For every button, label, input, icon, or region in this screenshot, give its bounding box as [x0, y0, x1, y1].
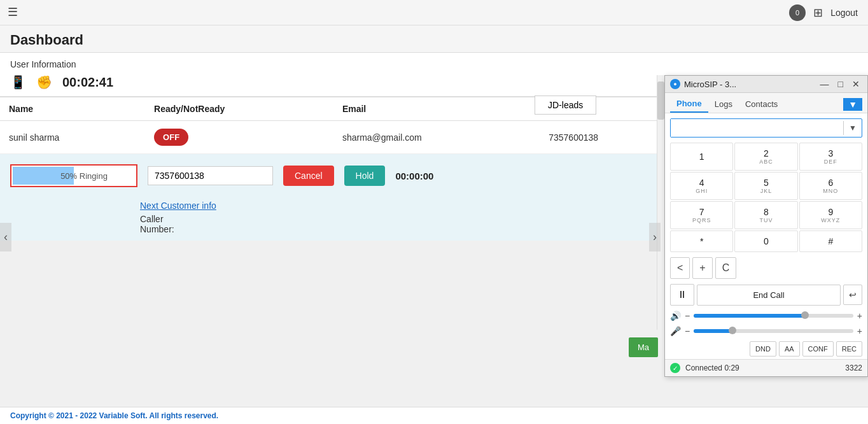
- restore-button[interactable]: □: [836, 79, 846, 89]
- microsip-status-bar: ✓ Connected 0:29 3322: [665, 359, 867, 376]
- fist-icon: ✊: [36, 74, 52, 90]
- nav-arrow-right[interactable]: ›: [649, 223, 661, 251]
- dialed-number-input[interactable]: [148, 166, 273, 185]
- minimize-button[interactable]: —: [818, 79, 832, 89]
- call-controls-row: < + C: [665, 255, 867, 281]
- numpad-9[interactable]: 9WXYZ: [799, 201, 862, 229]
- speaker-slider-track[interactable]: [694, 314, 853, 318]
- numpad-1[interactable]: 1: [670, 143, 733, 171]
- next-customer-link[interactable]: Next Customer info: [140, 201, 216, 211]
- tab-contacts[interactable]: Contacts: [739, 95, 784, 113]
- cell-name: sunil sharma: [0, 121, 145, 154]
- mic-slider-handle[interactable]: [729, 327, 736, 334]
- numpad-6[interactable]: 6MNO: [799, 172, 862, 200]
- clear-button[interactable]: C: [715, 257, 737, 279]
- hamburger-menu[interactable]: ☰: [8, 5, 18, 19]
- connection-status: Connected 0:29: [685, 364, 840, 372]
- tab-logs[interactable]: Logs: [708, 95, 739, 113]
- numpad-hash[interactable]: #: [799, 230, 862, 252]
- avatar: 0: [789, 4, 806, 21]
- conf-button[interactable]: CONF: [802, 341, 834, 357]
- nav-arrow-left[interactable]: ‹: [0, 223, 11, 251]
- numpad-7[interactable]: 7PQRS: [670, 201, 733, 229]
- cell-email: sharma@gmail.com: [333, 121, 540, 154]
- speaker-volume-row: 🔊 − +: [665, 308, 867, 323]
- bottom-btns-row: DND AA CONF REC: [665, 339, 867, 359]
- mic-slider-fill: [694, 329, 734, 333]
- microsip-logo-icon: ●: [670, 79, 680, 89]
- extension-number: 3322: [845, 364, 862, 372]
- hamburger-icon[interactable]: ☰: [8, 6, 18, 18]
- pause-button[interactable]: ⏸: [670, 284, 694, 306]
- numpad-5[interactable]: 5JKL: [734, 172, 797, 200]
- top-bar: ☰ 0 ⊞ Logout: [0, 0, 868, 25]
- dial-input-row: ▼: [670, 118, 862, 138]
- off-badge[interactable]: OFF: [154, 129, 188, 146]
- whatsapp-status-icon: ✓: [670, 363, 680, 373]
- speaker-vol-minus[interactable]: −: [685, 311, 690, 321]
- copyright-bar: Copyright © 2021 - 2022 Variable Soft. A…: [0, 407, 868, 424]
- back-button[interactable]: <: [670, 257, 690, 279]
- mic-vol-plus[interactable]: +: [857, 326, 862, 336]
- top-bar-right: 0 ⊞ Logout: [789, 4, 858, 21]
- call-timer: 00:00:00: [395, 171, 433, 181]
- ma-button[interactable]: Ma: [629, 337, 658, 357]
- speaker-vol-plus[interactable]: +: [857, 311, 862, 321]
- microsip-window: ● MicroSIP - 3... — □ ✕ Phone Logs Conta…: [664, 75, 868, 377]
- scroll-track[interactable]: [657, 75, 664, 330]
- microsip-tabs: Phone Logs Contacts ▼: [665, 93, 867, 113]
- tab-phone[interactable]: Phone: [670, 95, 708, 113]
- dial-dropdown-button[interactable]: ▼: [843, 121, 862, 135]
- numpad-3[interactable]: 3DEF: [799, 143, 862, 171]
- col-email: Email: [333, 97, 540, 121]
- user-info-left: 📱 ✊ 00:02:41: [10, 74, 113, 90]
- mic-vol-minus[interactable]: −: [685, 326, 690, 336]
- ringing-progress-bar: [10, 164, 137, 187]
- cell-ready: OFF: [145, 121, 333, 154]
- cancel-call-button[interactable]: Cancel: [283, 166, 334, 186]
- scroll-thumb: [657, 81, 664, 120]
- logout-button[interactable]: Logout: [830, 8, 858, 18]
- numpad-2[interactable]: 2ABC: [734, 143, 797, 171]
- close-button[interactable]: ✕: [850, 79, 862, 89]
- end-call-row: ⏸ End Call ↩: [665, 281, 867, 308]
- microsip-titlebar: ● MicroSIP - 3... — □ ✕: [665, 76, 867, 93]
- phone-icon: 📱: [10, 74, 26, 90]
- mic-icon: 🎤: [670, 326, 681, 336]
- speaker-icon: 🔊: [670, 311, 681, 321]
- jd-leads-selector[interactable]: JD-leads: [535, 95, 596, 115]
- hold-call-button[interactable]: Hold: [344, 166, 386, 186]
- numpad-0[interactable]: 0: [734, 230, 797, 252]
- speaker-slider-fill: [694, 314, 805, 318]
- page-title: Dashboard: [0, 25, 868, 52]
- connect-call-button[interactable]: ↩: [843, 285, 862, 305]
- grid-icon[interactable]: ⊞: [813, 6, 823, 20]
- plus-button[interactable]: +: [692, 257, 712, 279]
- numpad-star[interactable]: *: [670, 230, 733, 252]
- col-name: Name: [0, 97, 145, 121]
- end-call-button[interactable]: End Call: [697, 285, 841, 306]
- microsip-title: MicroSIP - 3...: [684, 80, 814, 89]
- user-info-label: User Information: [10, 59, 858, 69]
- col-ready: Ready/NotReady: [145, 97, 333, 121]
- dnd-button[interactable]: DND: [750, 341, 776, 357]
- session-timer: 00:02:41: [62, 75, 113, 90]
- numpad: 1 2ABC 3DEF 4GHI 5JKL 6MNO 7PQRS 8TUV 9W…: [665, 140, 867, 255]
- numpad-4[interactable]: 4GHI: [670, 172, 733, 200]
- tab-dropdown-button[interactable]: ▼: [843, 98, 862, 111]
- rec-button[interactable]: REC: [836, 341, 862, 357]
- mic-slider-track[interactable]: [694, 329, 853, 333]
- numpad-8[interactable]: 8TUV: [734, 201, 797, 229]
- ringing-bar-fill: [13, 167, 74, 185]
- dial-input[interactable]: [671, 119, 843, 137]
- aa-button[interactable]: AA: [779, 341, 800, 357]
- mic-volume-row: 🎤 − +: [665, 323, 867, 339]
- speaker-slider-handle[interactable]: [801, 311, 809, 319]
